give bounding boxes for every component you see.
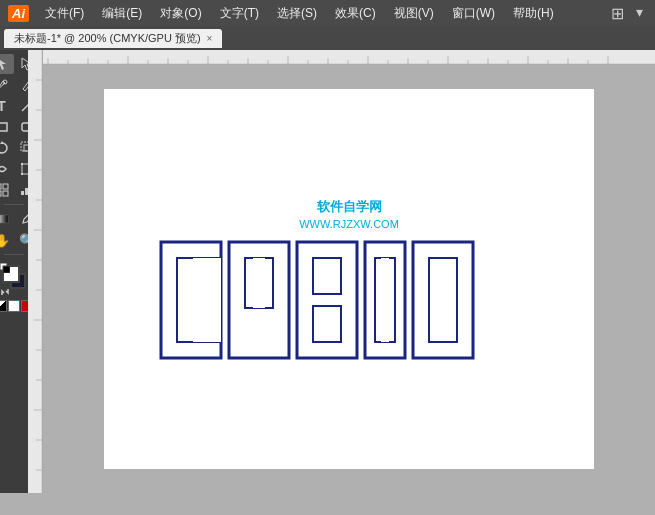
tool-divider-2 [4, 254, 24, 255]
main-area: T [0, 50, 655, 493]
menu-view[interactable]: 视图(V) [386, 3, 442, 24]
svg-rect-78 [297, 242, 357, 358]
casio-logo-container: 软件自学网 WWW.RJZXW.COM [159, 198, 539, 360]
svg-rect-80 [313, 306, 341, 342]
svg-rect-77 [253, 258, 265, 308]
rectangle-tool[interactable] [0, 117, 14, 137]
menu-edit[interactable]: 编辑(E) [94, 3, 150, 24]
tool-divider-1 [4, 204, 24, 205]
menu-file[interactable]: 文件(F) [37, 3, 92, 24]
grid-icon[interactable]: ⊞ [607, 4, 628, 23]
menu-object[interactable]: 对象(O) [152, 3, 209, 24]
watermark-line2: WWW.RJZXW.COM [299, 218, 399, 230]
svg-rect-86 [435, 264, 451, 336]
color-swatch-area [0, 263, 28, 297]
white-swatch[interactable] [8, 300, 20, 312]
svg-rect-17 [3, 191, 8, 196]
svg-rect-4 [0, 123, 7, 131]
casio-logo-svg [159, 240, 539, 360]
pen-tool[interactable] [0, 75, 14, 95]
document-tab[interactable]: 未标题-1* @ 200% (CMYK/GPU 预览) × [4, 29, 222, 48]
tab-close-button[interactable]: × [207, 33, 213, 44]
svg-marker-0 [0, 58, 6, 70]
svg-rect-24 [3, 266, 10, 273]
selection-tool[interactable] [0, 54, 14, 74]
gradient-tool[interactable] [0, 209, 14, 229]
svg-rect-25 [28, 50, 655, 65]
svg-rect-15 [3, 184, 8, 189]
tab-bar: 未标题-1* @ 200% (CMYK/GPU 预览) × [0, 26, 655, 50]
svg-rect-21 [0, 215, 8, 223]
svg-rect-14 [0, 184, 1, 189]
type-tool[interactable]: T [0, 96, 14, 116]
default-colors-icon[interactable] [0, 263, 10, 273]
canvas-area: 软件自学网 WWW.RJZXW.COM [28, 50, 655, 493]
left-toolbar: T [0, 50, 28, 493]
svg-rect-16 [0, 191, 1, 196]
title-menu: 文件(F) 编辑(E) 对象(O) 文字(T) 选择(S) 效果(C) 视图(V… [37, 3, 607, 24]
ruler-horizontal [28, 50, 655, 65]
swap-colors-icon[interactable] [0, 287, 10, 297]
watermark-line1: 软件自学网 [317, 198, 382, 216]
menu-select[interactable]: 选择(S) [269, 3, 325, 24]
menu-help[interactable]: 帮助(H) [505, 3, 562, 24]
warp-tool[interactable] [0, 159, 14, 179]
ai-logo: Ai [8, 5, 29, 22]
svg-rect-12 [21, 173, 23, 175]
svg-rect-10 [21, 163, 23, 165]
symbol-tool[interactable] [0, 180, 14, 200]
svg-rect-74 [193, 258, 221, 342]
menu-window[interactable]: 窗口(W) [444, 3, 503, 24]
window-controls: ⊞ ▾ [607, 4, 647, 23]
color-none-icon[interactable] [0, 300, 7, 312]
svg-rect-56 [28, 50, 43, 493]
ruler-vertical [28, 50, 43, 493]
svg-rect-83 [381, 258, 389, 342]
menu-effect[interactable]: 效果(C) [327, 3, 384, 24]
hand-tool[interactable]: ✋ [0, 230, 14, 250]
svg-rect-18 [21, 191, 24, 195]
menu-text[interactable]: 文字(T) [212, 3, 267, 24]
tab-label: 未标题-1* @ 200% (CMYK/GPU 预览) [14, 31, 201, 46]
dropdown-icon[interactable]: ▾ [632, 4, 647, 23]
title-bar: Ai 文件(F) 编辑(E) 对象(O) 文字(T) 选择(S) 效果(C) 视… [0, 0, 655, 26]
canvas-paper: 软件自学网 WWW.RJZXW.COM [104, 89, 594, 469]
rotate-tool[interactable] [0, 138, 14, 158]
svg-rect-79 [313, 258, 341, 294]
